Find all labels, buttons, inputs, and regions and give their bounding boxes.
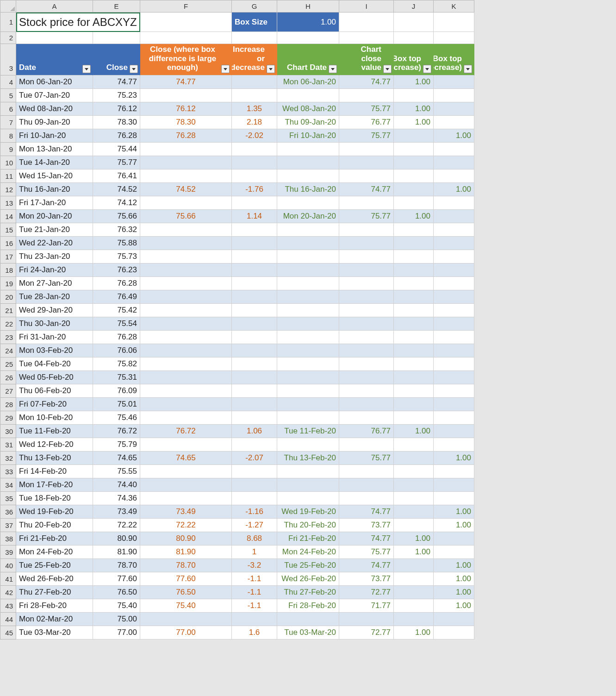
cell-close[interactable]: 75.66 (93, 210, 140, 223)
cell-close-diff[interactable]: 72.22 (140, 519, 232, 532)
cell-date[interactable]: Fri 21-Feb-20 (16, 532, 93, 546)
cell-close-diff[interactable] (140, 143, 232, 156)
cell-close-diff[interactable] (140, 277, 232, 290)
cell-chart-date[interactable]: Fri 28-Feb-20 (277, 599, 339, 613)
cell-date[interactable]: Tue 21-Jan-20 (16, 223, 93, 237)
col-header-K[interactable]: K (434, 0, 474, 13)
cell-close[interactable]: 81.90 (93, 546, 140, 559)
row-header-31[interactable]: 31 (0, 438, 16, 451)
cell-chart-date[interactable]: Fri 10-Jan-20 (277, 129, 339, 143)
row-header-42[interactable]: 42 (0, 586, 16, 599)
cell-box-inc[interactable] (394, 559, 434, 572)
cell-box-dec[interactable] (434, 250, 474, 263)
cell-close-diff[interactable]: 77.00 (140, 626, 232, 640)
cell-incdec[interactable]: -1.1 (232, 586, 277, 599)
cell-chart-close[interactable] (339, 384, 394, 398)
page-title[interactable]: Stock price for ABCXYZ (16, 13, 140, 32)
filter-icon[interactable] (221, 65, 230, 73)
cell-date[interactable]: Thu 09-Jan-20 (16, 116, 93, 129)
cell-close-diff[interactable] (140, 304, 232, 317)
cell-date[interactable]: Tue 07-Jan-20 (16, 89, 93, 102)
cell-chart-close[interactable] (339, 263, 394, 277)
cell-chart-close[interactable] (339, 156, 394, 169)
cell-chart-close[interactable]: 72.77 (339, 586, 394, 599)
cell-box-dec[interactable] (434, 546, 474, 559)
row-header-12[interactable]: 12 (0, 183, 16, 196)
cell-chart-date[interactable] (277, 89, 339, 102)
cell-chart-close[interactable] (339, 613, 394, 626)
row-header-36[interactable]: 36 (0, 505, 16, 519)
cell-date[interactable]: Wed 22-Jan-20 (16, 237, 93, 250)
cell-box-dec[interactable] (434, 263, 474, 277)
filter-icon[interactable] (130, 65, 138, 73)
cell-date[interactable]: Thu 13-Feb-20 (16, 451, 93, 465)
header-close[interactable]: Close (93, 44, 140, 75)
row-header-33[interactable]: 33 (0, 465, 16, 478)
cell-date[interactable]: Thu 30-Jan-20 (16, 317, 93, 331)
cell-box-dec[interactable] (434, 411, 474, 425)
cell-close-diff[interactable] (140, 317, 232, 331)
cell-close-diff[interactable]: 74.77 (140, 75, 232, 89)
cell-box-dec[interactable]: 1.00 (434, 586, 474, 599)
row-header-44[interactable]: 44 (0, 613, 16, 626)
cell-close-diff[interactable] (140, 478, 232, 492)
cell-chart-date[interactable] (277, 317, 339, 331)
row-header-41[interactable]: 41 (0, 572, 16, 586)
cell-close-diff[interactable]: 81.90 (140, 546, 232, 559)
cell-close[interactable]: 76.72 (93, 425, 140, 438)
cell-close[interactable]: 74.12 (93, 196, 140, 210)
cell-chart-date[interactable] (277, 277, 339, 290)
filter-icon[interactable] (423, 65, 431, 73)
cell-box-inc[interactable] (394, 613, 434, 626)
cell-chart-close[interactable] (339, 317, 394, 331)
cell-chart-close[interactable] (339, 89, 394, 102)
cell-box-dec[interactable] (434, 626, 474, 640)
cell-chart-close[interactable] (339, 277, 394, 290)
cell-close[interactable]: 78.30 (93, 116, 140, 129)
cell-date[interactable]: Wed 05-Feb-20 (16, 371, 93, 384)
cell-chart-date[interactable] (277, 478, 339, 492)
cell-close-diff[interactable] (140, 371, 232, 384)
cell-box-dec[interactable] (434, 89, 474, 102)
cell-incdec[interactable] (232, 357, 277, 371)
cell-close[interactable]: 75.79 (93, 438, 140, 451)
cell-incdec[interactable]: -2.07 (232, 451, 277, 465)
cell-incdec[interactable]: 1.35 (232, 102, 277, 116)
header-box-inc[interactable]: Box top (increase) (394, 44, 434, 75)
cell-date[interactable]: Mon 06-Jan-20 (16, 75, 93, 89)
cell-I1[interactable] (339, 13, 394, 32)
cell-chart-date[interactable] (277, 357, 339, 371)
cell-close[interactable]: 75.44 (93, 143, 140, 156)
row-header-29[interactable]: 29 (0, 411, 16, 425)
cell-H2[interactable] (277, 32, 339, 44)
cell-box-inc[interactable] (394, 196, 434, 210)
cell-close[interactable]: 75.40 (93, 599, 140, 613)
cell-chart-date[interactable]: Fri 21-Feb-20 (277, 532, 339, 546)
cell-box-dec[interactable] (434, 237, 474, 250)
cell-date[interactable]: Fri 14-Feb-20 (16, 465, 93, 478)
row-header-27[interactable]: 27 (0, 384, 16, 398)
cell-close-diff[interactable] (140, 196, 232, 210)
row-header-10[interactable]: 10 (0, 156, 16, 169)
cell-date[interactable]: Mon 20-Jan-20 (16, 210, 93, 223)
cell-close-diff[interactable] (140, 384, 232, 398)
cell-box-inc[interactable] (394, 478, 434, 492)
cell-chart-close[interactable]: 74.77 (339, 75, 394, 89)
cell-date[interactable]: Fri 24-Jan-20 (16, 263, 93, 277)
cell-G2[interactable] (232, 32, 277, 44)
cell-incdec[interactable] (232, 478, 277, 492)
cell-close-diff[interactable] (140, 223, 232, 237)
cell-chart-close[interactable] (339, 143, 394, 156)
cell-incdec[interactable]: -1.1 (232, 572, 277, 586)
cell-date[interactable]: Fri 17-Jan-20 (16, 196, 93, 210)
cell-box-inc[interactable] (394, 250, 434, 263)
cell-chart-close[interactable] (339, 478, 394, 492)
cell-close[interactable]: 77.00 (93, 626, 140, 640)
cell-incdec[interactable]: -1.16 (232, 505, 277, 519)
cell-date[interactable]: Mon 27-Jan-20 (16, 277, 93, 290)
cell-date[interactable]: Mon 02-Mar-20 (16, 613, 93, 626)
col-header-E[interactable]: E (93, 0, 140, 13)
cell-box-inc[interactable] (394, 223, 434, 237)
cell-chart-date[interactable] (277, 250, 339, 263)
cell-close-diff[interactable] (140, 492, 232, 505)
